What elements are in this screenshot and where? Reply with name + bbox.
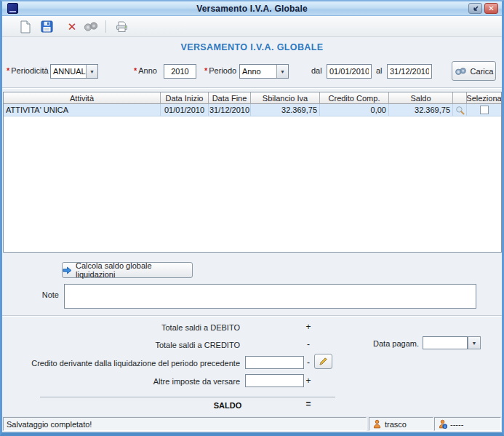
new-document-icon <box>20 20 31 33</box>
toolbar: ✕ <box>2 16 502 37</box>
binoculars-icon <box>455 67 467 76</box>
column-header-seleziona[interactable]: Seleziona <box>467 92 501 104</box>
column-header-data-fine[interactable]: Data Fine <box>209 92 251 104</box>
statusbar: Salvataggio completato! trasco i ----- <box>2 416 502 432</box>
main-panel: VERSAMENTO I.V.A. GLOBALE *Periodicità A… <box>2 37 502 416</box>
status-user: trasco <box>385 420 407 429</box>
dal-label: dal <box>311 66 322 75</box>
periodo-combo[interactable]: Anno ▼ <box>239 64 289 79</box>
totale-credito-label: Totale saldi a CREDITO <box>2 341 240 349</box>
carica-button[interactable]: Carica <box>452 61 496 81</box>
column-header-credito-comp[interactable]: Credito Comp. <box>320 92 389 104</box>
altre-imposte-sign: + <box>303 376 313 386</box>
status-company: ----- <box>450 420 463 429</box>
al-label: al <box>376 66 383 75</box>
user-icon <box>372 419 382 429</box>
column-header-sbilancio-iva[interactable]: Sbilancio Iva <box>251 92 320 104</box>
delete-button[interactable]: ✕ <box>63 18 81 35</box>
cell-saldo: 32.369,75 <box>389 104 453 116</box>
note-input[interactable] <box>64 284 476 309</box>
chevron-down-icon: ▼ <box>472 341 477 346</box>
seleziona-checkbox[interactable] <box>480 106 489 114</box>
altre-imposte-input[interactable] <box>245 374 304 387</box>
magnifier-icon <box>455 106 465 115</box>
data-pagam-label: Data pagam. <box>335 339 419 348</box>
new-document-button[interactable] <box>17 18 34 35</box>
page-title: VERSAMENTO I.V.A. GLOBALE <box>2 42 502 52</box>
search-button[interactable] <box>82 18 100 35</box>
required-marker: * <box>7 66 9 75</box>
activities-table: Attività Data Inizio Data Fine Sbilancio… <box>3 92 502 253</box>
divider <box>2 315 502 317</box>
svg-text:i: i <box>444 424 445 429</box>
table-header: Attività Data Inizio Data Fine Sbilancio… <box>4 92 501 104</box>
status-user-cell: trasco <box>369 417 433 431</box>
cell-credito-comp: 0,00 <box>320 104 389 116</box>
table-row[interactable]: ATTIVITA' UNICA 01/01/2010 31/12/2010 32… <box>4 104 501 116</box>
status-message: Salvataggio completato! <box>7 420 92 429</box>
periodicita-label: *Periodicità <box>7 66 49 75</box>
print-icon <box>115 20 129 33</box>
cell-sbilancio-iva: 32.369,75 <box>251 104 320 116</box>
toolbar-separator <box>105 20 106 33</box>
totale-debito-label: Totale saldi a DEBITO <box>2 323 240 332</box>
anno-input[interactable] <box>164 64 196 79</box>
periodo-label: *Periodo <box>204 66 236 75</box>
close-icon: ✕ <box>488 5 494 12</box>
status-company-cell: i ----- <box>434 417 501 431</box>
credito-sign: - <box>303 339 313 349</box>
cell-data-fine: 31/12/2010 <box>209 104 251 116</box>
cell-data-inizio: 01/01/2010 <box>161 104 209 116</box>
blue-arrow-icon <box>63 266 72 274</box>
column-header-saldo[interactable]: Saldo <box>389 92 453 104</box>
status-message-cell: Salvataggio completato! <box>3 417 367 431</box>
print-button[interactable] <box>113 18 130 35</box>
periodo-value: Anno <box>240 67 276 76</box>
cell-seleziona <box>467 104 501 116</box>
window-title: Versamento I.V.A. Globale <box>2 4 502 14</box>
saldo-label: SALDO <box>177 401 279 410</box>
titlebar: Versamento I.V.A. Globale ✕ <box>2 1 502 16</box>
pencil-icon <box>319 357 328 366</box>
edit-credito-button[interactable] <box>314 354 332 369</box>
app-window: Versamento I.V.A. Globale ✕ ✕ <box>0 0 504 436</box>
delete-icon: ✕ <box>68 21 77 32</box>
credito-precedente-sign: - <box>303 357 313 368</box>
app-icon <box>7 3 18 14</box>
anno-label: *Anno <box>134 66 157 75</box>
user-info-icon: i <box>438 419 447 429</box>
chevron-down-icon[interactable]: ▼ <box>276 65 288 78</box>
carica-label: Carica <box>471 67 494 76</box>
dal-input[interactable] <box>327 64 372 79</box>
close-button[interactable]: ✕ <box>484 3 498 14</box>
calcola-saldo-button[interactable]: Calcola saldo globale liquidazioni <box>62 262 193 278</box>
data-pagam-dropdown-button[interactable]: ▼ <box>468 336 481 349</box>
restore-button[interactable] <box>468 3 482 14</box>
restore-arrow-icon <box>472 5 479 12</box>
save-button[interactable] <box>38 18 55 35</box>
data-pagam-input[interactable] <box>423 336 468 349</box>
divider <box>2 87 502 89</box>
altre-imposte-label: Altre imposte da versare <box>2 377 240 386</box>
al-input[interactable] <box>387 64 432 79</box>
credito-precedente-input[interactable] <box>245 356 304 369</box>
saldo-sign: = <box>303 399 313 409</box>
credito-precedente-label: Credito derivante dalla liquidazione del… <box>2 359 240 368</box>
debito-sign: + <box>303 322 313 332</box>
column-header-data-inizio[interactable]: Data Inizio <box>161 92 209 104</box>
cell-attivita: ATTIVITA' UNICA <box>4 104 161 116</box>
column-header-lens <box>453 92 467 104</box>
row-detail-button[interactable] <box>453 104 467 116</box>
note-label: Note <box>24 290 59 299</box>
chevron-down-icon[interactable]: ▼ <box>86 65 97 78</box>
save-icon <box>41 20 53 33</box>
column-header-attivita[interactable]: Attività <box>4 92 161 104</box>
calcola-saldo-label: Calcola saldo globale liquidazioni <box>76 261 192 279</box>
sum-divider <box>40 397 335 397</box>
binoculars-icon <box>84 21 98 32</box>
periodicita-value: ANNUALE <box>51 67 86 76</box>
periodicita-combo[interactable]: ANNUALE ▼ <box>50 64 98 79</box>
